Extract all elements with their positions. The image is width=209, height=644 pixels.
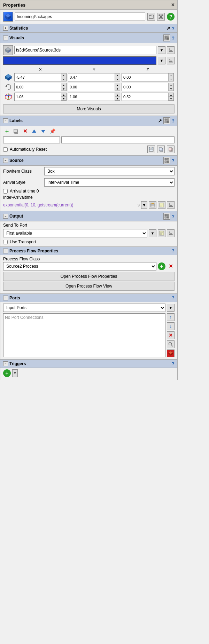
port-script-btn[interactable] bbox=[158, 229, 165, 237]
rotation-x-input[interactable] bbox=[15, 84, 61, 90]
output-collapse-btn[interactable]: − bbox=[3, 214, 8, 219]
scale-y-up[interactable]: ▲ bbox=[115, 93, 120, 97]
copy-icon-btn-2[interactable] bbox=[167, 146, 175, 153]
flowitem-class-select[interactable]: Box bbox=[44, 167, 175, 175]
arrival-at-0-checkbox[interactable] bbox=[3, 189, 8, 194]
visuals-grid-icon[interactable] bbox=[163, 34, 170, 41]
port-delete-btn[interactable]: ✕ bbox=[167, 331, 175, 339]
position-z-up[interactable]: ▲ bbox=[169, 73, 173, 77]
scale-z-up[interactable]: ▲ bbox=[169, 93, 173, 97]
help-round-button[interactable]: ? bbox=[167, 13, 175, 21]
position-x-input[interactable] bbox=[15, 74, 61, 80]
formula-script-btn[interactable] bbox=[158, 201, 165, 209]
port-search-btn[interactable] bbox=[167, 340, 175, 348]
labels-grid-icon[interactable] bbox=[163, 117, 170, 124]
labels-add-btn[interactable]: + bbox=[3, 127, 11, 135]
port-up-btn[interactable]: ↑ bbox=[167, 313, 175, 321]
labels-help-btn[interactable]: ? bbox=[172, 118, 175, 124]
tab-icon-button[interactable] bbox=[147, 13, 155, 21]
labels-up-btn[interactable] bbox=[30, 127, 38, 135]
port-dropdown-btn[interactable]: ▼ bbox=[149, 229, 156, 237]
rotation-z-down[interactable]: ▼ bbox=[169, 87, 173, 91]
object-name-input[interactable] bbox=[15, 13, 145, 21]
scale-x-up[interactable]: ▲ bbox=[61, 93, 66, 97]
rotation-y-input[interactable] bbox=[68, 84, 115, 90]
ports-help-btn[interactable]: ? bbox=[172, 295, 175, 300]
color-dropdown-btn[interactable]: ▼ bbox=[158, 57, 165, 64]
process-flow-help-btn[interactable]: ? bbox=[172, 248, 175, 253]
visuals-help-btn[interactable]: ? bbox=[172, 36, 175, 41]
pf-delete-btn[interactable]: ✕ bbox=[167, 262, 175, 270]
scale-x-input[interactable] bbox=[15, 94, 61, 100]
triggers-help-btn[interactable]: ? bbox=[172, 361, 175, 366]
rotation-y-up[interactable]: ▲ bbox=[115, 83, 120, 87]
statistics-link-icon[interactable]: ↗ bbox=[166, 25, 170, 31]
source-help-btn[interactable]: ? bbox=[172, 158, 175, 163]
open-view-btn[interactable]: Open Process Flow View bbox=[3, 282, 175, 291]
formula-table-btn[interactable] bbox=[149, 201, 156, 209]
labels-pin-btn[interactable]: 📌 bbox=[48, 127, 56, 135]
pf-add-btn[interactable]: + bbox=[158, 262, 165, 270]
labels-link-icon[interactable]: ↗ bbox=[158, 118, 162, 124]
scale-z-input[interactable] bbox=[122, 94, 168, 100]
process-flow-collapse-btn[interactable]: − bbox=[3, 249, 8, 253]
triggers-collapse-btn[interactable]: − bbox=[3, 361, 8, 366]
position-y-input[interactable] bbox=[68, 74, 115, 80]
position-y-up[interactable]: ▲ bbox=[115, 73, 120, 77]
labels-copy-btn[interactable] bbox=[12, 127, 20, 135]
scale-y-input[interactable] bbox=[68, 94, 115, 100]
close-button[interactable]: × bbox=[171, 2, 175, 8]
model-pick-btn[interactable] bbox=[167, 46, 175, 54]
formula-dropdown-btn[interactable]: ▼ bbox=[141, 201, 147, 209]
source-grid-icon[interactable] bbox=[163, 157, 170, 164]
labels-down-btn[interactable] bbox=[39, 127, 47, 135]
visuals-collapse-btn[interactable]: − bbox=[3, 36, 8, 40]
network-icon-button[interactable] bbox=[157, 13, 165, 21]
position-x-up[interactable]: ▲ bbox=[61, 73, 66, 77]
rotation-x-up[interactable]: ▲ bbox=[61, 83, 66, 87]
port-pick-btn[interactable] bbox=[167, 229, 175, 237]
output-grid-icon[interactable] bbox=[163, 213, 170, 220]
label-input-2[interactable] bbox=[61, 136, 175, 143]
auto-reset-checkbox[interactable] bbox=[3, 147, 8, 152]
color-swatch[interactable] bbox=[3, 56, 156, 65]
triggers-dropdown-btn[interactable]: ▼ bbox=[12, 369, 18, 377]
ports-type-select[interactable]: Input Ports bbox=[3, 304, 165, 312]
labels-collapse-btn[interactable]: − bbox=[3, 118, 8, 123]
model-path-input[interactable] bbox=[14, 46, 156, 54]
triggers-add-btn[interactable]: + bbox=[3, 369, 11, 377]
position-x-down[interactable]: ▼ bbox=[61, 77, 66, 81]
rotation-z-input[interactable] bbox=[122, 84, 168, 90]
scale-x-down[interactable]: ▼ bbox=[61, 97, 66, 101]
source-collapse-btn[interactable]: − bbox=[3, 158, 8, 163]
port-down-btn[interactable]: ↓ bbox=[167, 322, 175, 330]
save-icon-btn[interactable] bbox=[147, 146, 155, 153]
rotation-x-down[interactable]: ▼ bbox=[61, 87, 66, 91]
copy-icon-btn-1[interactable] bbox=[157, 146, 165, 153]
formula-pick-btn[interactable] bbox=[167, 201, 175, 209]
open-properties-btn[interactable]: Open Process Flow Properties bbox=[3, 272, 175, 281]
position-z-input[interactable] bbox=[122, 74, 168, 80]
use-transport-checkbox[interactable] bbox=[3, 240, 8, 244]
color-pick-btn[interactable] bbox=[167, 57, 175, 64]
port-add-object-btn[interactable] bbox=[167, 350, 175, 357]
rotation-z-up[interactable]: ▲ bbox=[169, 83, 173, 87]
output-help-btn[interactable]: ? bbox=[172, 214, 175, 219]
labels-content: + ✕ 📌 bbox=[0, 126, 177, 155]
port-select[interactable]: First available bbox=[3, 229, 147, 237]
statistics-collapse-btn[interactable]: + bbox=[3, 26, 8, 31]
labels-delete-btn[interactable]: ✕ bbox=[21, 127, 29, 135]
scale-y-down[interactable]: ▼ bbox=[115, 97, 120, 101]
ports-collapse-btn[interactable]: − bbox=[3, 296, 8, 300]
scale-z-down[interactable]: ▼ bbox=[169, 97, 173, 101]
rotation-y-down[interactable]: ▼ bbox=[115, 87, 120, 91]
ports-dropdown-btn[interactable]: ▼ bbox=[167, 304, 175, 312]
position-z-down[interactable]: ▼ bbox=[169, 77, 173, 81]
arrival-style-select[interactable]: Inter-Arrival Time bbox=[44, 178, 175, 187]
statistics-help-btn[interactable]: ? bbox=[172, 26, 175, 31]
position-y-down[interactable]: ▼ bbox=[115, 77, 120, 81]
pf-class-select[interactable]: Source2 Process bbox=[3, 262, 156, 270]
label-input-1[interactable] bbox=[3, 136, 60, 143]
more-visuals-button[interactable]: More Visuals bbox=[3, 104, 175, 113]
model-dropdown-btn[interactable]: ▼ bbox=[158, 46, 165, 54]
